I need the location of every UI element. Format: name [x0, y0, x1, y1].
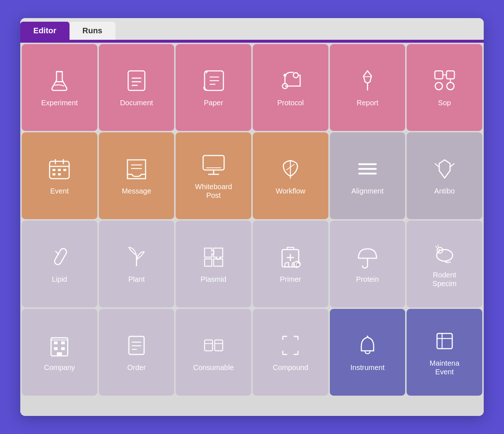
antibody-icon [432, 156, 457, 182]
tile-primer-label: Primer [280, 275, 301, 284]
leaf-icon [278, 156, 303, 182]
calendar-icon [47, 156, 72, 182]
svg-rect-38 [54, 247, 68, 266]
tab-editor[interactable]: Editor [20, 22, 70, 40]
tile-sop[interactable]: Sop [407, 44, 482, 131]
tile-document[interactable]: Document [99, 44, 175, 131]
tile-message[interactable]: Message [99, 132, 175, 219]
tile-primer[interactable]: Primer [253, 221, 328, 307]
tile-plasmid[interactable]: Plasmid [176, 221, 251, 307]
document-icon [124, 68, 149, 93]
tile-compound[interactable]: Compound [253, 309, 328, 396]
tile-instrument[interactable]: Instrument [330, 309, 406, 396]
svg-rect-50 [54, 341, 58, 344]
crosshair-icon [278, 333, 303, 358]
tile-paper-label: Paper [204, 98, 223, 107]
tile-order-label: Order [127, 363, 146, 372]
tile-rodent[interactable]: Rodent Specim [407, 221, 482, 307]
monitor-icon [201, 152, 226, 177]
tile-lipid-label: Lipid [52, 275, 67, 284]
tile-grid: Experiment Document [22, 44, 482, 396]
tile-event[interactable]: Event [22, 132, 97, 219]
tile-report-label: Report [357, 98, 378, 107]
tile-consumable-label: Consumable [193, 363, 234, 372]
svg-rect-24 [52, 169, 55, 171]
svg-rect-14 [435, 71, 443, 79]
svg-rect-60 [205, 340, 213, 351]
tile-company-label: Company [44, 363, 75, 372]
app-window: Editor Runs Experiment [20, 18, 484, 416]
tile-rodent-label: Rodent Specim [432, 271, 457, 288]
svg-point-16 [435, 82, 442, 90]
tab-bar: Editor Runs [20, 18, 484, 40]
tile-whiteboard-label: Whiteboard Post [195, 182, 232, 200]
consumable-icon [201, 333, 226, 358]
tile-instrument-label: Instrument [350, 363, 385, 372]
svg-rect-25 [58, 169, 61, 171]
accent-bar [20, 40, 484, 43]
tile-experiment-label: Experiment [41, 98, 78, 107]
pin-icon [355, 68, 380, 93]
svg-rect-51 [61, 341, 65, 344]
tile-plant[interactable]: Plant [99, 221, 175, 307]
tab-runs[interactable]: Runs [70, 22, 116, 40]
plant-icon [124, 244, 149, 270]
svg-point-48 [438, 249, 440, 251]
inbox-icon [124, 156, 149, 182]
tile-alignment-label: Alignment [352, 187, 384, 195]
svg-rect-27 [52, 173, 55, 175]
bell-icon [355, 333, 380, 358]
umbrella-icon [355, 244, 380, 270]
svg-point-10 [293, 73, 298, 78]
tile-report[interactable]: Report [330, 44, 406, 131]
svg-point-46 [437, 250, 453, 261]
tile-maintenance-label: Maintena Event [430, 359, 459, 376]
tile-maintenance[interactable]: Maintena Event [407, 309, 482, 396]
rodent-icon [432, 240, 457, 265]
tile-sop-label: Sop [438, 98, 451, 107]
svg-rect-54 [57, 352, 62, 356]
tile-protocol[interactable]: Protocol [253, 44, 328, 131]
tile-experiment[interactable]: Experiment [22, 44, 97, 131]
tube-icon [47, 244, 72, 270]
order-icon [124, 333, 149, 358]
puzzle-icon [201, 244, 226, 270]
tile-order[interactable]: Order [99, 309, 175, 396]
maintenance-icon [432, 328, 457, 354]
tile-antibody[interactable]: Antibo [407, 132, 482, 219]
tile-antibody-label: Antibo [434, 187, 455, 195]
tile-whiteboard[interactable]: Whiteboard Post [176, 132, 251, 219]
tile-document-label: Document [120, 98, 153, 107]
scroll-icon [201, 68, 226, 93]
svg-rect-15 [446, 71, 454, 79]
tile-workflow-label: Workflow [276, 187, 305, 195]
tile-grid-container: Experiment Document [20, 43, 484, 416]
tile-plasmid-label: Plasmid [201, 275, 226, 284]
tile-alignment[interactable]: Alignment [330, 132, 406, 219]
svg-rect-28 [58, 173, 61, 175]
svg-rect-61 [215, 340, 223, 351]
svg-rect-52 [54, 347, 58, 350]
tile-workflow[interactable]: Workflow [253, 132, 328, 219]
tile-compound-label: Compound [273, 363, 308, 372]
svg-rect-53 [61, 347, 65, 350]
tile-consumable[interactable]: Consumable [176, 309, 251, 396]
tile-company[interactable]: Company [22, 309, 97, 396]
svg-rect-72 [437, 333, 452, 349]
svg-point-19 [447, 82, 454, 90]
tile-protocol-label: Protocol [277, 98, 304, 107]
tile-event-label: Event [50, 187, 69, 195]
tile-protein[interactable]: Protein [330, 221, 406, 307]
alignment-icon [355, 156, 380, 182]
flask-icon [47, 68, 72, 93]
route-icon [278, 68, 303, 93]
tile-plant-label: Plant [128, 275, 145, 284]
tile-message-label: Message [122, 187, 151, 195]
svg-rect-2 [128, 71, 145, 90]
tile-protein-label: Protein [356, 275, 379, 284]
sop-icon [432, 68, 457, 93]
building-icon [47, 333, 72, 358]
hospital-icon [278, 244, 303, 270]
tile-paper[interactable]: Paper [176, 44, 251, 131]
tile-lipid[interactable]: Lipid [22, 221, 97, 307]
